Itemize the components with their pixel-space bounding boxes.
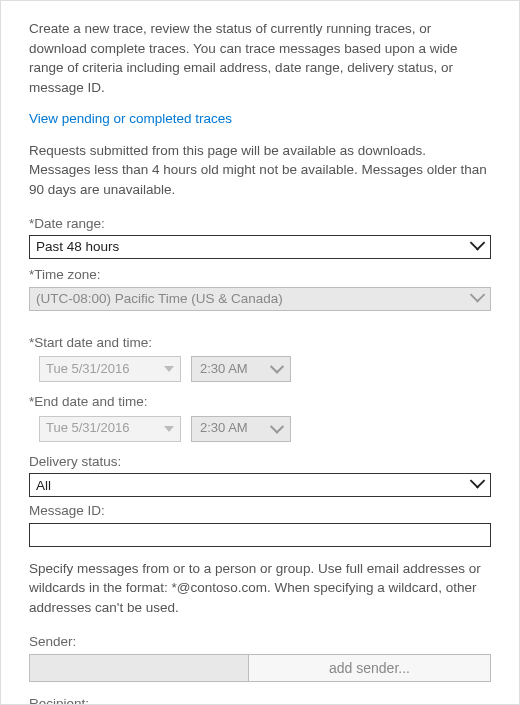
end-dt-label: *End date and time: xyxy=(29,392,491,412)
chevron-down-icon xyxy=(164,426,174,432)
delivery-status-select[interactable]: All xyxy=(29,473,491,497)
delivery-status-label: Delivery status: xyxy=(29,452,491,472)
date-range-select[interactable]: Past 48 hours xyxy=(29,235,491,259)
time-zone-select[interactable]: (UTC-08:00) Pacific Time (US & Canada) xyxy=(29,287,491,311)
chevron-down-icon xyxy=(272,366,282,372)
end-date-picker[interactable]: Tue 5/31/2016 xyxy=(39,416,181,442)
intro-text: Create a new trace, review the status of… xyxy=(29,19,491,97)
chevron-down-icon xyxy=(472,478,486,492)
delivery-status-value: All xyxy=(36,476,468,496)
chevron-down-icon xyxy=(272,425,282,431)
start-date-picker[interactable]: Tue 5/31/2016 xyxy=(39,356,181,382)
end-time-value: 2:30 AM xyxy=(200,419,248,438)
start-dt-label: *Start date and time: xyxy=(29,333,491,353)
view-traces-link[interactable]: View pending or completed traces xyxy=(29,109,232,129)
message-id-label: Message ID: xyxy=(29,501,491,521)
end-date-value: Tue 5/31/2016 xyxy=(46,419,129,438)
message-id-input[interactable] xyxy=(29,523,491,547)
date-range-label: *Date range: xyxy=(29,214,491,234)
time-zone-label: *Time zone: xyxy=(29,265,491,285)
chevron-down-icon xyxy=(164,366,174,372)
start-time-picker[interactable]: 2:30 AM xyxy=(191,356,291,382)
date-range-value: Past 48 hours xyxy=(36,237,468,257)
start-time-value: 2:30 AM xyxy=(200,360,248,379)
sender-label: Sender: xyxy=(29,632,491,652)
chevron-down-icon xyxy=(472,291,486,305)
time-zone-value: (UTC-08:00) Pacific Time (US & Canada) xyxy=(36,289,468,309)
end-time-picker[interactable]: 2:30 AM xyxy=(191,416,291,442)
person-note: Specify messages from or to a person or … xyxy=(29,559,491,618)
chevron-down-icon xyxy=(472,239,486,253)
availability-note: Requests submitted from this page will b… xyxy=(29,141,491,200)
sender-input[interactable] xyxy=(29,654,249,682)
recipient-label: Recipient: xyxy=(29,694,491,705)
start-date-value: Tue 5/31/2016 xyxy=(46,360,129,379)
add-sender-button[interactable]: add sender... xyxy=(249,654,491,682)
